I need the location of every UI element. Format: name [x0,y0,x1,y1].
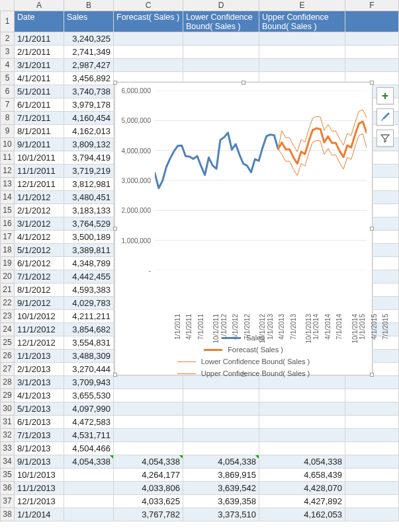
cell-date[interactable]: 11/1/2012 [15,323,64,336]
row-head[interactable]: 35 [0,469,15,482]
header-sales[interactable]: Sales [64,11,114,32]
cell-date[interactable]: 3/1/2011 [15,59,64,72]
col-C[interactable]: C [114,0,183,11]
cell-blank[interactable] [345,508,399,521]
header-lower[interactable]: Lower Confidence Bound( Sales ) [183,11,259,32]
cell-forecast[interactable]: 4,033,625 [114,495,183,508]
cell-forecast[interactable] [114,402,183,416]
cell-lower[interactable] [183,59,259,72]
cell-upper[interactable] [259,429,345,442]
cell-date[interactable]: 6/1/2012 [15,257,64,270]
cell-upper[interactable] [259,46,345,59]
cell-date[interactable]: 11/1/2011 [15,165,64,178]
row-head[interactable]: 38 [0,508,15,521]
cell-lower[interactable] [183,46,259,59]
cell-date[interactable]: 8/1/2011 [15,125,64,138]
row-head[interactable]: 15 [0,204,15,217]
cell-sales[interactable]: 3,764,529 [64,217,114,231]
cell-sales[interactable]: 2,741,349 [64,46,114,59]
cell-upper[interactable]: 4,428,070 [259,482,345,495]
cell-sales[interactable]: 3,979,178 [64,98,114,112]
cell-forecast[interactable] [114,46,183,59]
cell-date[interactable]: 9/1/2013 [15,455,64,469]
cell-upper[interactable] [259,402,345,416]
cell-sales[interactable]: 3,480,451 [64,191,114,204]
row-head[interactable]: 5 [0,72,15,85]
row-head[interactable]: 12 [0,165,15,178]
cell-date[interactable]: 1/1/2013 [15,350,64,363]
cell-date[interactable]: 4/1/2011 [15,72,64,85]
row-head[interactable]: 20 [0,270,15,284]
row-head[interactable]: 18 [0,244,15,257]
cell-forecast[interactable]: 4,033,806 [114,482,183,495]
cell-blank[interactable] [345,442,399,455]
cell-blank[interactable] [345,416,399,429]
cell-forecast[interactable] [114,32,183,46]
cell-forecast[interactable] [114,416,183,429]
select-all-corner[interactable] [0,0,15,11]
row-head[interactable]: 22 [0,297,15,310]
cell-sales[interactable] [64,469,114,482]
row-head[interactable]: 21 [0,284,15,297]
cell-date[interactable]: 1/1/2011 [15,32,64,46]
col-F[interactable]: F [345,0,399,11]
row-head[interactable]: 27 [0,363,15,376]
chart-add-element-button[interactable]: + [377,87,394,104]
cell-upper[interactable]: 4,162,053 [259,508,345,521]
cell-sales[interactable]: 4,472,583 [64,416,114,429]
cell-sales[interactable]: 4,029,783 [64,297,114,310]
cell-sales[interactable]: 3,794,419 [64,151,114,165]
cell-forecast[interactable]: 4,054,338 [114,455,183,469]
row-head[interactable]: 14 [0,191,15,204]
cell-date[interactable]: 2/1/2011 [15,46,64,59]
cell-date[interactable]: 9/1/2012 [15,297,64,310]
cell-lower[interactable] [183,416,259,429]
row-head[interactable]: 17 [0,231,15,244]
cell-upper[interactable] [259,59,345,72]
cell-sales[interactable]: 3,812,981 [64,178,114,191]
row-head[interactable]: 2 [0,32,15,46]
chart-style-button[interactable] [377,108,394,126]
cell-date[interactable]: 8/1/2013 [15,442,64,455]
row-head[interactable]: 13 [0,178,15,191]
cell-date[interactable]: 12/1/2013 [15,495,64,508]
header-date[interactable]: Date [15,11,64,32]
cell-sales[interactable]: 4,160,454 [64,112,114,125]
row-head[interactable]: 33 [0,442,15,455]
cell-sales[interactable]: 4,504,466 [64,442,114,455]
cell-blank[interactable] [345,402,399,416]
row-head[interactable]: 9 [0,125,15,138]
cell-blank[interactable] [345,469,399,482]
cell-sales[interactable]: 3,554,831 [64,336,114,350]
cell-date[interactable]: 5/1/2013 [15,402,64,416]
cell-upper[interactable] [259,416,345,429]
cell-date[interactable]: 5/1/2012 [15,244,64,257]
cell-forecast[interactable] [114,389,183,402]
cell-blank[interactable] [345,59,399,72]
row-head[interactable]: 4 [0,59,15,72]
col-E[interactable]: E [259,0,345,11]
cell-lower[interactable]: 4,054,338 [183,455,259,469]
cell-date[interactable]: 2/1/2012 [15,204,64,217]
cell-sales[interactable]: 4,054,338 [64,455,114,469]
cell-upper[interactable] [259,32,345,46]
cell-date[interactable]: 3/1/2012 [15,217,64,231]
cell-sales[interactable]: 3,456,892 [64,72,114,85]
cell-sales[interactable]: 3,809,132 [64,138,114,151]
cell-lower[interactable]: 3,639,542 [183,482,259,495]
row-head[interactable]: 3 [0,46,15,59]
row-head[interactable]: 11 [0,151,15,165]
row-head[interactable]: 23 [0,310,15,323]
cell-sales[interactable] [64,508,114,521]
cell-sales[interactable] [64,495,114,508]
cell-date[interactable]: 8/1/2012 [15,284,64,297]
col-A[interactable]: A [15,0,64,11]
cell-date[interactable]: 12/1/2012 [15,336,64,350]
row-head[interactable]: 32 [0,429,15,442]
cell-forecast[interactable]: 3,767,782 [114,508,183,521]
cell-lower[interactable] [183,402,259,416]
cell-sales[interactable]: 3,655,530 [64,389,114,402]
cell-date[interactable]: 6/1/2011 [15,98,64,112]
cell-date[interactable]: 10/1/2011 [15,151,64,165]
cell-date[interactable]: 10/1/2013 [15,469,64,482]
